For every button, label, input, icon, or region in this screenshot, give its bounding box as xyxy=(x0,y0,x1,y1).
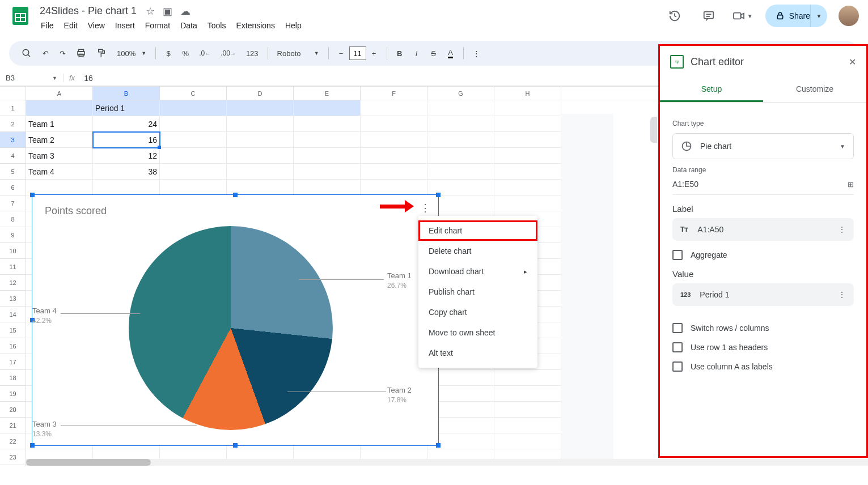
row-header[interactable]: 20 xyxy=(0,402,26,418)
text-color-icon[interactable]: A xyxy=(443,45,459,62)
italic-icon[interactable]: I xyxy=(409,46,425,61)
cloud-status-icon[interactable]: ☁ xyxy=(180,5,190,18)
row-header[interactable]: 1 xyxy=(0,100,26,116)
menu-format[interactable]: Format xyxy=(141,19,175,32)
decrease-decimal-icon[interactable]: .0← xyxy=(194,46,215,61)
cell[interactable]: 24 xyxy=(93,116,160,132)
percent-icon[interactable]: % xyxy=(177,46,193,61)
row-header[interactable]: 6 xyxy=(0,180,26,195)
col-header[interactable]: F xyxy=(361,87,427,100)
menu-publish-chart[interactable]: Publish chart xyxy=(418,282,537,302)
col-header[interactable]: C xyxy=(160,87,227,100)
row-header[interactable]: 9 xyxy=(0,227,26,243)
close-icon[interactable]: ✕ xyxy=(849,57,856,67)
label-range-pill[interactable]: Tᴛ A1:A50 ⋮ xyxy=(672,218,854,241)
menu-tools[interactable]: Tools xyxy=(203,19,231,32)
document-title[interactable]: 24Slides - Pie chart 1 xyxy=(36,5,140,18)
cell[interactable]: Team 3 xyxy=(26,148,93,164)
embedded-chart[interactable]: ⋮ Points scored Team 126.7% Team 217.8% … xyxy=(32,194,439,446)
row-header[interactable]: 8 xyxy=(0,211,26,227)
currency-icon[interactable]: $ xyxy=(160,46,176,61)
menu-delete-chart[interactable]: Delete chart xyxy=(418,241,537,261)
row1-headers-checkbox[interactable] xyxy=(672,342,683,352)
meet-icon[interactable]: ▼ xyxy=(731,5,754,27)
search-icon[interactable] xyxy=(17,45,36,62)
resize-handle[interactable] xyxy=(30,193,35,197)
row-header[interactable]: 2 xyxy=(0,116,26,132)
row-header[interactable]: 5 xyxy=(0,164,26,180)
row-header[interactable]: 17 xyxy=(0,354,26,370)
switch-rows-checkbox[interactable] xyxy=(672,323,683,333)
select-range-icon[interactable]: ⊞ xyxy=(848,180,854,189)
history-icon[interactable] xyxy=(663,5,686,27)
more-icon[interactable]: ⋮ xyxy=(838,225,846,234)
menu-move-to-own-sheet[interactable]: Move to own sheet xyxy=(418,322,537,343)
menu-alt-text[interactable]: Alt text xyxy=(418,343,537,363)
row-header[interactable]: 23 xyxy=(0,449,26,465)
move-icon[interactable]: ▣ xyxy=(163,5,172,18)
menu-download-chart[interactable]: Download chart▸ xyxy=(418,261,537,282)
row-header[interactable]: 11 xyxy=(0,259,26,275)
colA-labels-checkbox[interactable] xyxy=(672,361,683,372)
share-dropdown[interactable]: ▼ xyxy=(810,5,827,27)
cell[interactable]: Team 4 xyxy=(26,164,93,180)
name-box[interactable]: B3▼ xyxy=(0,74,63,82)
tab-customize[interactable]: Customize xyxy=(763,78,866,102)
tab-setup[interactable]: Setup xyxy=(660,78,763,102)
menu-file[interactable]: File xyxy=(36,19,58,32)
aggregate-checkbox[interactable] xyxy=(672,250,683,260)
row-header[interactable]: 24 xyxy=(0,465,26,466)
chart-more-icon[interactable]: ⋮ xyxy=(420,202,430,214)
sheets-app-icon[interactable] xyxy=(9,5,32,27)
menu-view[interactable]: View xyxy=(83,19,109,32)
menu-help[interactable]: Help xyxy=(281,19,306,32)
resize-handle[interactable] xyxy=(436,443,441,448)
col-header[interactable]: A xyxy=(26,87,93,100)
row-header[interactable]: 10 xyxy=(0,243,26,259)
menu-data[interactable]: Data xyxy=(176,19,202,32)
data-range-input[interactable]: A1:E50 xyxy=(672,180,698,189)
value-series-pill[interactable]: 123 Period 1 ⋮ xyxy=(672,283,854,306)
undo-icon[interactable]: ↶ xyxy=(37,46,53,61)
star-icon[interactable]: ☆ xyxy=(146,5,155,18)
menu-edit-chart[interactable]: Edit chart xyxy=(418,220,537,241)
resize-handle[interactable] xyxy=(233,193,238,197)
col-header[interactable]: E xyxy=(294,87,361,100)
more-icon[interactable]: ⋮ xyxy=(838,290,846,299)
cell[interactable]: 38 xyxy=(93,164,160,180)
resize-handle[interactable] xyxy=(30,443,35,448)
chart-type-select[interactable]: Pie chart ▼ xyxy=(672,133,854,159)
paint-format-icon[interactable] xyxy=(92,45,111,62)
horizontal-scrollbar[interactable] xyxy=(26,459,868,466)
row-header[interactable]: 16 xyxy=(0,338,26,354)
col-header[interactable]: B xyxy=(93,87,160,100)
col-header[interactable]: H xyxy=(494,87,561,100)
expand-side-panel-icon[interactable] xyxy=(650,117,657,143)
comments-icon[interactable] xyxy=(697,5,720,27)
strikethrough-icon[interactable]: S xyxy=(426,46,442,61)
resize-handle[interactable] xyxy=(233,443,238,448)
decrease-font-icon[interactable]: − xyxy=(333,46,349,61)
row-header[interactable]: 21 xyxy=(0,418,26,433)
row-header[interactable]: 22 xyxy=(0,433,26,449)
row-header[interactable]: 4 xyxy=(0,148,26,164)
cell[interactable]: Period 1 xyxy=(93,100,160,116)
print-icon[interactable] xyxy=(71,45,91,62)
select-all-corner[interactable] xyxy=(0,87,26,100)
row-header[interactable]: 19 xyxy=(0,386,26,402)
row-header[interactable]: 15 xyxy=(0,322,26,338)
redo-icon[interactable]: ↷ xyxy=(54,46,70,61)
cell[interactable]: 12 xyxy=(93,148,160,164)
row-header[interactable]: 7 xyxy=(0,195,26,211)
menu-insert[interactable]: Insert xyxy=(111,19,139,32)
menu-edit[interactable]: Edit xyxy=(60,19,82,32)
cell-selected[interactable]: 16 xyxy=(93,132,160,148)
font-select[interactable]: Roboto▼ xyxy=(273,46,324,61)
font-size-input[interactable] xyxy=(349,46,366,60)
menu-copy-chart[interactable]: Copy chart xyxy=(418,302,537,322)
more-icon[interactable]: ⋮ xyxy=(468,46,485,61)
zoom-select[interactable]: 100%▼ xyxy=(112,46,151,61)
increase-font-icon[interactable]: + xyxy=(366,46,382,61)
account-avatar[interactable] xyxy=(839,6,859,26)
row-header[interactable]: 12 xyxy=(0,275,26,291)
